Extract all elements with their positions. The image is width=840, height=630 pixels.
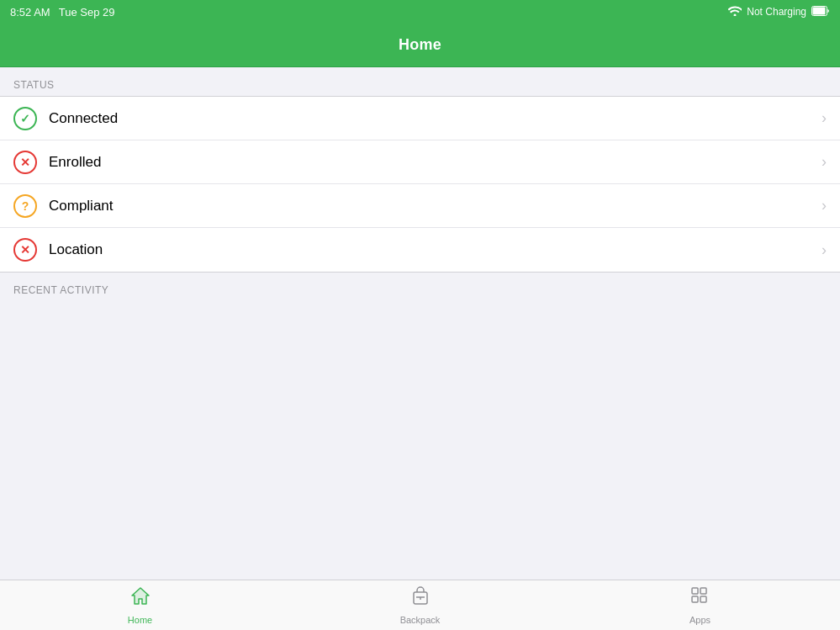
status-row-compliant[interactable]: ? Compliant ›: [0, 184, 840, 228]
tab-apps-label: Apps: [689, 615, 711, 625]
tab-home-label: Home: [128, 615, 152, 625]
svg-rect-5: [692, 588, 698, 594]
nav-bar: Home: [0, 24, 840, 67]
svg-rect-6: [700, 588, 706, 594]
svg-rect-1: [813, 7, 826, 14]
tab-backpack[interactable]: Backpack: [280, 580, 560, 630]
apps-icon: [689, 585, 711, 612]
nav-title: Home: [399, 36, 441, 54]
connected-icon: ✓: [13, 107, 37, 130]
location-icon: ✕: [13, 238, 37, 262]
backpack-icon: [409, 585, 431, 612]
status-bar-right: Not Charging: [728, 6, 830, 19]
tab-apps[interactable]: Apps: [560, 580, 840, 630]
location-label: Location: [49, 241, 822, 258]
home-icon: [129, 585, 151, 612]
location-chevron: ›: [822, 241, 827, 259]
status-row-enrolled[interactable]: ✕ Enrolled ›: [0, 140, 840, 184]
tab-backpack-label: Backpack: [400, 615, 441, 625]
status-row-location[interactable]: ✕ Location ›: [0, 228, 840, 272]
recent-activity-section-header: RECENT ACTIVITY: [0, 273, 840, 301]
status-section-header: STATUS: [0, 67, 840, 96]
enrolled-chevron: ›: [822, 153, 827, 171]
tab-home[interactable]: Home: [0, 580, 280, 630]
compliant-chevron: ›: [822, 197, 827, 214]
svg-rect-8: [700, 596, 706, 602]
svg-rect-7: [692, 596, 698, 602]
battery-icon: [811, 6, 830, 19]
tab-bar: Home Backpack Apps: [0, 580, 840, 630]
connected-chevron: ›: [822, 109, 827, 127]
compliant-icon: ?: [13, 194, 37, 218]
status-row-connected[interactable]: ✓ Connected ›: [0, 97, 840, 140]
status-list: ✓ Connected › ✕ Enrolled › ? Compliant ›…: [0, 96, 840, 273]
status-bar-time: 8:52 AM: [10, 6, 50, 19]
status-bar: 8:52 AM Tue Sep 29 Not Charging: [0, 0, 840, 24]
connected-label: Connected: [49, 110, 822, 127]
enrolled-icon: ✕: [13, 151, 37, 174]
status-bar-date: Tue Sep 29: [59, 6, 115, 19]
battery-status-text: Not Charging: [747, 6, 806, 18]
wifi-icon: [728, 6, 742, 19]
status-bar-left: 8:52 AM Tue Sep 29: [10, 6, 114, 19]
compliant-label: Compliant: [49, 198, 822, 214]
enrolled-label: Enrolled: [49, 154, 822, 171]
